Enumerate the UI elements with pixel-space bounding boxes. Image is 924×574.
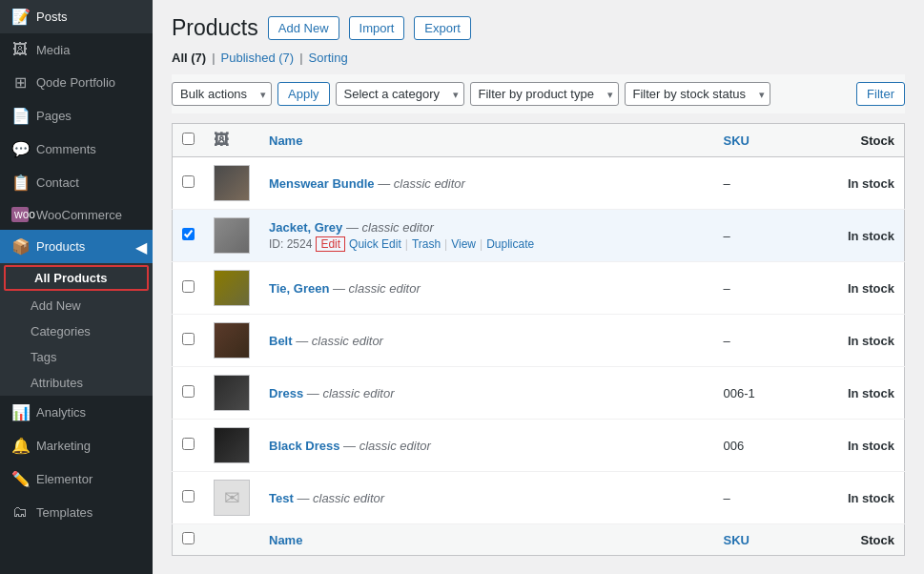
product-name-link[interactable]: Belt — [269, 334, 293, 348]
trash-link[interactable]: Trash — [412, 237, 441, 251]
row-name-cell: Dress — classic editor — [259, 367, 714, 420]
product-thumbnail — [214, 375, 250, 411]
collapse-arrow-icon: ◀ — [135, 237, 147, 256]
sidebar-item-posts[interactable]: 📝 Posts — [0, 0, 153, 33]
sidebar-item-contact[interactable]: 📋 Contact — [0, 166, 153, 199]
product-thumbnail — [214, 270, 250, 306]
sidebar-subitem-categories[interactable]: Categories — [0, 318, 153, 344]
filter-button[interactable]: Filter — [856, 82, 905, 106]
sublink-all[interactable]: All (7) — [172, 51, 206, 65]
filter-row: Bulk actions Apply Select a category Fil… — [172, 74, 905, 113]
row-stock-cell: In stock — [810, 315, 905, 367]
product-thumbnail — [214, 322, 250, 359]
stock-status-select[interactable]: Filter by stock status — [625, 82, 770, 106]
import-button[interactable]: Import — [349, 16, 405, 40]
row-name-cell: Test — classic editor — [259, 472, 714, 524]
row-checkbox[interactable] — [182, 490, 195, 502]
row-checkbox-cell — [173, 210, 205, 262]
sidebar-item-marketing[interactable]: 🔔 Marketing — [0, 429, 153, 462]
products-table: 🖼 Name SKU Stock — [172, 123, 905, 556]
footer-select-all-checkbox[interactable] — [182, 532, 195, 544]
product-name-link[interactable]: Menswear Bundle — [269, 176, 375, 191]
row-checkbox[interactable] — [182, 438, 195, 450]
sidebar-item-woocommerce[interactable]: woo WooCommerce — [0, 199, 153, 230]
sidebar-item-label: Posts — [36, 10, 68, 24]
row-sku-cell: – — [714, 472, 810, 524]
duplicate-link[interactable]: Duplicate — [486, 237, 534, 251]
main-content: Products Add New Import Export All (7) |… — [153, 0, 924, 574]
sidebar-item-media[interactable]: 🖼 Media — [0, 33, 153, 66]
table-row: Tie, Green — classic editor – In stock — [173, 262, 905, 315]
table-footer-row: Name SKU Stock — [173, 524, 905, 556]
row-checkbox-cell — [173, 157, 205, 210]
posts-icon: 📝 — [11, 8, 29, 26]
select-all-checkbox[interactable] — [182, 133, 195, 145]
sidebar-item-pages[interactable]: 📄 Pages — [0, 99, 153, 133]
sublink-sorting[interactable]: Sorting — [309, 51, 348, 65]
row-checkbox[interactable] — [182, 280, 195, 293]
row-thumb-cell — [204, 262, 259, 315]
col-header-sku[interactable]: SKU — [714, 124, 810, 157]
row-stock-cell: In stock — [810, 367, 905, 420]
product-type-select-wrap: Filter by product type — [470, 82, 619, 106]
row-name-cell: Tie, Green — classic editor — [259, 262, 714, 315]
export-button[interactable]: Export — [414, 16, 471, 40]
row-name-cell: Jacket, Grey — classic editor ID: 2524 E… — [259, 210, 714, 262]
table-row: ✉ Test — classic editor – In stock — [173, 472, 905, 524]
product-name-link[interactable]: Black Dress — [269, 439, 339, 453]
row-sku-cell: 006 — [714, 420, 810, 472]
edit-button[interactable]: Edit — [316, 236, 345, 252]
sidebar-item-analytics[interactable]: 📊 Analytics — [0, 396, 153, 429]
content-area: Products Add New Import Export All (7) |… — [153, 0, 924, 574]
col-header-name[interactable]: Name — [259, 124, 714, 157]
product-name-link[interactable]: Dress — [269, 386, 303, 400]
product-thumbnail — [214, 165, 250, 201]
product-name-link[interactable]: Tie, Green — [269, 281, 329, 296]
sidebar-item-elementor[interactable]: ✏️ Elementor — [0, 462, 153, 496]
footer-col-name[interactable]: Name — [259, 524, 714, 556]
row-name-cell: Menswear Bundle — classic editor — [259, 157, 714, 210]
sidebar-item-comments[interactable]: 💬 Comments — [0, 133, 153, 166]
sidebar-item-label: Media — [36, 43, 70, 57]
product-name-link[interactable]: Test — [269, 491, 294, 505]
row-checkbox-cell — [173, 262, 205, 315]
sidebar-item-label: Analytics — [36, 405, 86, 420]
sublink-published[interactable]: Published (7) — [221, 51, 295, 65]
add-new-button[interactable]: Add New — [268, 16, 339, 40]
row-name-cell: Black Dress — classic editor — [259, 420, 714, 472]
products-icon: 📦 — [11, 237, 29, 256]
bulk-actions-select[interactable]: Bulk actions — [172, 82, 272, 106]
row-stock-cell: In stock — [810, 157, 905, 210]
row-stock-cell: In stock — [810, 420, 905, 472]
product-name-link[interactable]: Jacket, Grey — [269, 220, 342, 235]
row-checkbox[interactable] — [182, 385, 195, 398]
table-header-row: 🖼 Name SKU Stock — [173, 124, 905, 157]
sidebar-item-templates[interactable]: 🗂 Templates — [0, 496, 153, 528]
quick-edit-link[interactable]: Quick Edit — [349, 237, 401, 251]
sidebar-subitem-attributes[interactable]: Attributes — [0, 370, 153, 396]
row-checkbox-cell — [173, 367, 205, 420]
sidebar-subitem-all-products[interactable]: All Products — [4, 265, 149, 291]
row-sku-cell: – — [714, 210, 810, 262]
footer-col-stock: Stock — [810, 524, 905, 556]
table-body: Menswear Bundle — classic editor – In st… — [173, 157, 905, 524]
category-select-wrap: Select a category — [336, 82, 464, 106]
row-checkbox[interactable] — [182, 228, 195, 240]
row-thumb-cell — [204, 157, 259, 210]
sidebar-item-products[interactable]: 📦 Products ◀ — [0, 230, 153, 263]
view-link[interactable]: View — [451, 237, 476, 251]
sidebar-item-label: Products — [36, 239, 85, 254]
product-type-select[interactable]: Filter by product type — [470, 82, 619, 106]
apply-button[interactable]: Apply — [277, 82, 330, 106]
row-checkbox[interactable] — [182, 333, 195, 345]
category-select[interactable]: Select a category — [336, 82, 464, 106]
row-checkbox[interactable] — [182, 175, 195, 188]
page-title: Products — [172, 15, 258, 41]
sidebar-subitem-add-new[interactable]: Add New — [0, 293, 153, 318]
row-checkbox-cell — [173, 315, 205, 367]
sidebar-subitem-tags[interactable]: Tags — [0, 344, 153, 370]
editor-label: — classic editor — [297, 491, 384, 505]
sidebar-item-qode-portfolio[interactable]: ⊞ Qode Portfolio — [0, 66, 153, 99]
table-row: Menswear Bundle — classic editor – In st… — [173, 157, 905, 210]
footer-col-sku[interactable]: SKU — [714, 524, 810, 556]
